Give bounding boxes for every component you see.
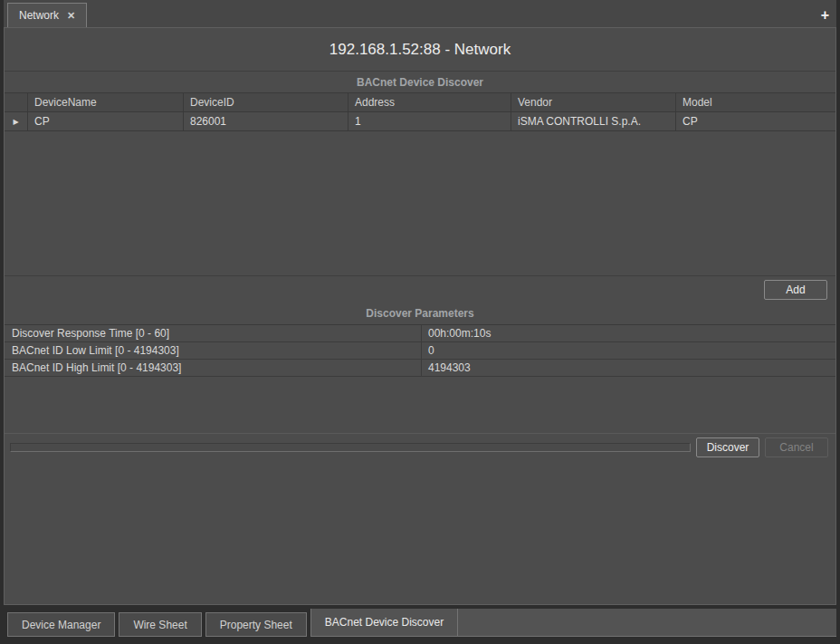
tab-bar-filler: [458, 609, 836, 637]
cell-model: CP: [676, 112, 835, 130]
column-header-deviceid[interactable]: DeviceID: [184, 93, 348, 111]
row-selector-header-cell: [5, 93, 28, 111]
tab-wire-sheet[interactable]: Wire Sheet: [119, 612, 201, 637]
tab-bacnet-device-discover[interactable]: BACnet Device Discover: [310, 609, 458, 637]
device-discover-section-title: BACnet Device Discover: [5, 72, 835, 93]
add-tab-icon[interactable]: +: [821, 8, 829, 23]
discover-progress-bar: [10, 443, 691, 452]
parameter-row-response-time: Discover Response Time [0 - 60] 00h:00m:…: [5, 325, 835, 342]
column-header-model[interactable]: Model: [676, 93, 835, 111]
parameter-value-id-low-limit[interactable]: 0: [422, 342, 835, 359]
panel-footer-gap: [5, 461, 835, 605]
column-header-vendor[interactable]: Vendor: [511, 93, 676, 111]
parameter-row-id-high-limit: BACnet ID High Limit [0 - 4194303] 41943…: [5, 360, 835, 377]
parameter-value-id-high-limit[interactable]: 4194303: [422, 360, 835, 376]
action-row: Discover Cancel: [5, 434, 835, 461]
parameter-label: BACnet ID High Limit [0 - 4194303]: [5, 360, 422, 376]
table-row[interactable]: ▶ CP 826001 1 iSMA CONTROLLI S.p.A. CP: [5, 112, 835, 131]
tab-property-sheet[interactable]: Property Sheet: [205, 612, 307, 637]
parameter-label: BACnet ID Low Limit [0 - 4194303]: [5, 342, 422, 359]
discover-button[interactable]: Discover: [696, 437, 759, 457]
tab-network[interactable]: Network ✕: [7, 3, 87, 27]
selected-row-marker-icon: ▶: [13, 118, 18, 126]
parameter-label: Discover Response Time [0 - 60]: [5, 325, 422, 341]
document-tab-bar: Network ✕ +: [4, 0, 836, 27]
column-header-address[interactable]: Address: [348, 93, 511, 111]
page-title: 192.168.1.52:88 - Network: [5, 28, 835, 72]
close-tab-icon[interactable]: ✕: [67, 11, 75, 21]
parameter-row-id-low-limit: BACnet ID Low Limit [0 - 4194303] 0: [5, 342, 835, 360]
app-window: Network ✕ + 192.168.1.52:88 - Network BA…: [0, 0, 840, 644]
cancel-button[interactable]: Cancel: [765, 437, 828, 457]
row-selector-cell: ▶: [5, 112, 28, 130]
add-button[interactable]: Add: [764, 280, 827, 300]
cell-vendor: iSMA CONTROLLI S.p.A.: [511, 112, 676, 130]
cell-address: 1: [348, 112, 511, 130]
device-table-header: DeviceName DeviceID Address Vendor Model: [5, 93, 835, 112]
cell-deviceid: 826001: [184, 112, 348, 130]
parameters-section-title: Discover Parameters: [5, 303, 835, 325]
tab-network-label: Network: [19, 9, 59, 22]
network-view-panel: 192.168.1.52:88 - Network BACnet Device …: [4, 27, 836, 605]
cell-devicename: CP: [28, 112, 184, 130]
parameters-empty-area: [5, 377, 835, 434]
device-table-empty-area: [5, 131, 835, 275]
column-header-devicename[interactable]: DeviceName: [28, 93, 184, 111]
parameter-value-response-time[interactable]: 00h:00m:10s: [422, 325, 835, 341]
tab-device-manager[interactable]: Device Manager: [7, 612, 115, 637]
add-button-row: Add: [5, 275, 835, 303]
view-tab-bar: Device Manager Wire Sheet Property Sheet…: [4, 605, 836, 644]
